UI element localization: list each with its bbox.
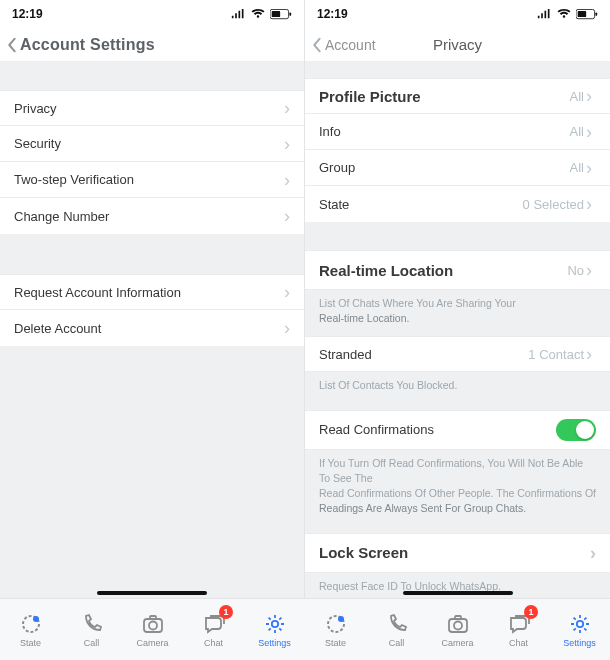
caption-read-confirmations: If You Turn Off Read Confirmations, You … xyxy=(305,450,610,527)
gear-icon xyxy=(568,612,592,636)
content: Privacy›Security›Two-step Verification›C… xyxy=(0,62,304,598)
row-realtime-location[interactable]: Real-time Location No› xyxy=(305,250,610,290)
tab-label: Chat xyxy=(509,638,528,648)
row-label: Stranded xyxy=(319,347,528,362)
content: Profile PictureAll›InfoAll›GroupAll›Stat… xyxy=(305,62,610,598)
row-state[interactable]: State0 Selected› xyxy=(305,186,610,222)
section-gap xyxy=(305,222,610,250)
camera-icon xyxy=(141,612,165,636)
row-security[interactable]: Security› xyxy=(0,126,304,162)
chevron-right-icon: › xyxy=(284,319,290,337)
chevron-right-icon: › xyxy=(586,261,592,279)
tab-settings[interactable]: Settings xyxy=(244,599,305,660)
phone-icon xyxy=(80,612,104,636)
chevron-right-icon: › xyxy=(284,135,290,153)
row-label: Delete Account xyxy=(14,321,284,336)
battery-icon xyxy=(270,9,292,20)
status-icons xyxy=(537,9,598,20)
status-icons xyxy=(231,9,292,20)
chevron-right-icon: › xyxy=(284,99,290,117)
svg-point-13 xyxy=(338,616,344,622)
section-gap xyxy=(305,62,610,78)
chevron-right-icon: › xyxy=(586,159,592,177)
row-change-number[interactable]: Change Number› xyxy=(0,198,304,234)
list-visibility: Profile PictureAll›InfoAll›GroupAll›Stat… xyxy=(305,78,610,222)
tab-state[interactable]: State xyxy=(0,599,61,660)
chevron-left-icon xyxy=(6,36,18,54)
svg-point-15 xyxy=(454,621,462,629)
row-stranded[interactable]: Stranded 1 Contact› xyxy=(305,336,610,372)
phone-right-privacy: 12:19 Account Privacy Profile PictureAll… xyxy=(305,0,610,598)
back-label: Account xyxy=(325,37,376,53)
header-title: Privacy xyxy=(433,36,482,53)
row-request-account-information[interactable]: Request Account Information› xyxy=(0,274,304,310)
row-read-confirmations[interactable]: Read Confirmations xyxy=(305,410,610,450)
row-profile-picture[interactable]: Profile PictureAll› xyxy=(305,78,610,114)
badge: 1 xyxy=(524,605,538,619)
row-label: State xyxy=(319,197,523,212)
caption-stranded: List Of Contacts You Blocked. xyxy=(305,372,610,403)
status-time: 12:19 xyxy=(317,7,348,21)
tab-state[interactable]: State xyxy=(305,599,366,660)
chevron-right-icon: › xyxy=(586,195,592,213)
status-bar: 12:19 xyxy=(305,0,610,28)
svg-rect-1 xyxy=(272,11,280,17)
phone-icon xyxy=(385,612,409,636)
row-group[interactable]: GroupAll› xyxy=(305,150,610,186)
header: Account Settings xyxy=(0,28,304,62)
row-delete-account[interactable]: Delete Account› xyxy=(0,310,304,346)
home-indicator xyxy=(97,591,207,595)
header: Account Privacy xyxy=(305,28,610,62)
tab-call[interactable]: Call xyxy=(366,599,427,660)
row-label: Lock Screen xyxy=(319,544,590,561)
wifi-icon xyxy=(251,9,265,19)
chevron-right-icon: › xyxy=(586,345,592,363)
section-gap xyxy=(0,234,304,274)
row-two-step-verification[interactable]: Two-step Verification› xyxy=(0,162,304,198)
tab-settings[interactable]: Settings xyxy=(549,599,610,660)
tab-camera[interactable]: Camera xyxy=(122,599,183,660)
chevron-right-icon: › xyxy=(284,283,290,301)
row-lock-screen[interactable]: Lock Screen › xyxy=(305,533,610,573)
row-label: Request Account Information xyxy=(14,285,284,300)
svg-rect-4 xyxy=(578,11,586,17)
section-gap xyxy=(0,62,304,90)
svg-rect-2 xyxy=(289,12,291,15)
chevron-right-icon: › xyxy=(590,544,596,562)
row-label: Profile Picture xyxy=(319,88,570,105)
status-bar: 12:19 xyxy=(0,0,304,28)
tab-camera[interactable]: Camera xyxy=(427,599,488,660)
gear-icon xyxy=(263,612,287,636)
badge: 1 xyxy=(219,605,233,619)
chevron-right-icon: › xyxy=(586,123,592,141)
svg-rect-16 xyxy=(455,616,461,619)
svg-point-17 xyxy=(576,620,582,626)
back-button[interactable]: Account Settings xyxy=(6,36,155,54)
row-value: All› xyxy=(570,159,592,177)
row-value: All› xyxy=(570,87,592,105)
chevron-right-icon: › xyxy=(284,171,290,189)
tab-chat[interactable]: Chat1 xyxy=(488,599,549,660)
back-button[interactable]: Account xyxy=(311,36,376,54)
tab-call[interactable]: Call xyxy=(61,599,122,660)
tab-chat[interactable]: Chat1 xyxy=(183,599,244,660)
row-label: Two-step Verification xyxy=(14,172,284,187)
row-value: 1 Contact› xyxy=(528,345,592,363)
signal-icon xyxy=(537,9,552,19)
row-info[interactable]: InfoAll› xyxy=(305,114,610,150)
row-privacy[interactable]: Privacy› xyxy=(0,90,304,126)
status-icon xyxy=(19,612,43,636)
chevron-right-icon: › xyxy=(284,207,290,225)
tab-label: State xyxy=(325,638,346,648)
row-label: Privacy xyxy=(14,101,284,116)
row-label: Real-time Location xyxy=(319,262,567,279)
svg-point-11 xyxy=(271,620,277,626)
tab-label: Call xyxy=(389,638,405,648)
phone-left-account-settings: 12:19 Account Settings Privacy›Security›… xyxy=(0,0,305,598)
caption-realtime-location: List Of Chats Where You Are Sharing Your… xyxy=(305,290,610,336)
list-section-b: Request Account Information›Delete Accou… xyxy=(0,274,304,346)
chevron-left-icon xyxy=(311,36,323,54)
row-value: 0 Selected› xyxy=(523,195,592,213)
tab-label: Camera xyxy=(441,638,473,648)
toggle-read-confirmations[interactable] xyxy=(556,419,596,441)
